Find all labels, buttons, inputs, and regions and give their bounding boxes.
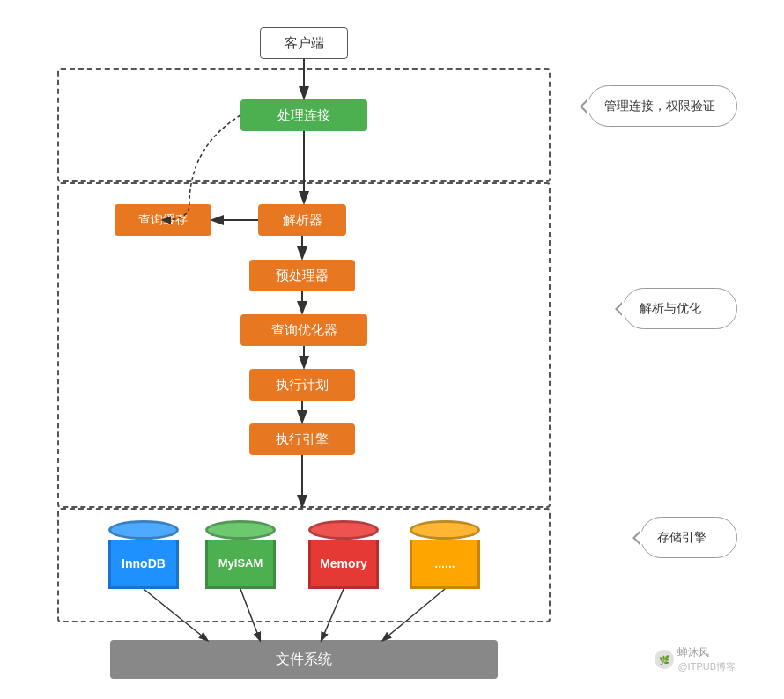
memory-cylinder: Memory — [308, 520, 379, 589]
watermark-logo: 🌿 — [655, 650, 674, 669]
watermark-text: 蝉沐风 @ITPUB博客 — [677, 645, 736, 673]
process-connect-box: 处理连接 — [240, 99, 367, 131]
preprocessor-box: 预处理器 — [249, 260, 355, 291]
bubble-parse: 解析与优化 — [623, 288, 737, 329]
filesystem-box: 文件系统 — [110, 640, 498, 679]
diagram-wrapper: 客户端 处理连接 查询缓存 解析器 预处理器 查询优化器 执行计划 执行引擎 — [31, 15, 753, 684]
query-cache-box: 查询缓存 — [115, 204, 211, 236]
exec-plan-box: 执行计划 — [249, 369, 355, 401]
client-box: 客户端 — [260, 27, 348, 59]
innodb-cylinder: InnoDB — [108, 520, 179, 589]
optimizer-box: 查询优化器 — [240, 314, 367, 346]
exec-engine-box: 执行引擎 — [249, 423, 355, 455]
bubble-storage: 存储引擎 — [640, 517, 737, 558]
other-cylinder: ...... — [410, 520, 480, 589]
main-container: 客户端 处理连接 查询缓存 解析器 预处理器 查询优化器 执行计划 执行引擎 — [0, 0, 784, 699]
bubble-connection: 管理连接，权限验证 — [588, 85, 737, 127]
watermark: 🌿 蝉沐风 @ITPUB博客 — [655, 645, 736, 673]
myisam-cylinder: MyISAM — [205, 520, 276, 589]
parser-box: 解析器 — [258, 204, 346, 236]
